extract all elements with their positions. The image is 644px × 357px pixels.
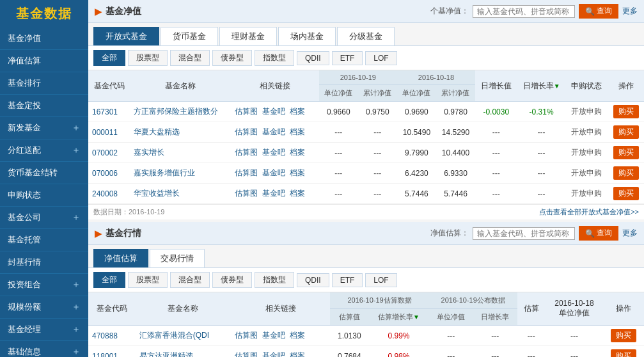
link-档案[interactable]: 档案 [290,168,305,177]
row-val4: 5.7446 [436,184,475,204]
row-code[interactable]: 000011 [88,122,130,143]
link2-档案[interactable]: 档案 [290,331,305,340]
section1-query-button[interactable]: 🔍 查询 [579,4,618,19]
sidebar-item-5[interactable]: 分红送配＋ [0,139,88,162]
section1-filter-3[interactable]: 债券型 [212,50,252,66]
link-档案[interactable]: 档案 [290,127,305,136]
section1-search-input[interactable] [473,5,575,18]
buy-button-2[interactable]: 购买 [611,329,636,342]
sidebar-item-0[interactable]: 基金净值 [0,28,88,50]
th2-pub-group: 2016-10-19公布数据 [429,292,517,309]
link-基金吧[interactable]: 基金吧 [262,168,285,177]
section2-filter-3[interactable]: 债券型 [212,272,252,288]
sidebar-item-13[interactable]: 基金经理＋ [0,319,88,341]
section2-filter-0[interactable]: 全部 [93,272,125,288]
row2-name[interactable]: 易方达亚洲精选 [136,346,231,358]
sidebar-item-11[interactable]: 投资组合＋ [0,274,88,296]
section1-tab-1[interactable]: 货币基金 [161,27,218,45]
sidebar-item-2[interactable]: 基金排行 [0,72,88,95]
row-name[interactable]: 嘉实增长 [130,143,230,163]
section2-filter-7[interactable]: LOF [365,273,397,287]
buy-button[interactable]: 购买 [613,187,639,200]
section1-filter-2[interactable]: 混合型 [170,50,210,66]
section1-filter-4[interactable]: 指数型 [255,50,294,66]
section2-search-input[interactable] [473,227,575,240]
link2-基金吧[interactable]: 基金吧 [262,331,285,340]
link-估算图[interactable]: 估算图 [235,189,258,198]
link-估算图[interactable]: 估算图 [235,148,258,157]
link-基金吧[interactable]: 基金吧 [262,107,285,116]
buy-button[interactable]: 购买 [613,125,639,139]
section2-filter-1[interactable]: 股票型 [128,272,168,288]
section1-filter-7[interactable]: LOF [365,51,397,65]
row-val1: --- [319,163,358,184]
section1-more-link[interactable]: 更多 [622,6,638,17]
row-code[interactable]: 167301 [88,102,130,122]
sidebar: 基金数据 基金净值净值估算基金排行基金定投新发基金＋分红送配＋货币基金结转申购状… [0,0,88,357]
section1-tab-0[interactable]: 开放式基金 [93,27,159,45]
section1-tab-4[interactable]: 分级基金 [337,27,395,45]
section1-filter-0[interactable]: 全部 [93,50,125,66]
sidebar-item-7[interactable]: 申购状态 [0,184,88,207]
table-row: 070002 嘉实增长 估算图 基金吧 档案 --- --- 9.7990 10… [88,143,644,163]
link-档案[interactable]: 档案 [290,148,305,157]
buy-button[interactable]: 购买 [613,146,639,159]
link2-估算图[interactable]: 估算图 [235,331,258,340]
row2-prev: --- [546,326,603,346]
link2-估算图[interactable]: 估算图 [235,351,258,357]
section2-tab-1[interactable]: 交易行情 [150,249,205,267]
sidebar-item-12[interactable]: 规模份额＋ [0,296,88,319]
section1-tab-3[interactable]: 场内基金 [278,27,336,45]
section2-tab-0[interactable]: 净值估算 [93,249,148,267]
sidebar-item-14[interactable]: 基础信息＋ [0,341,88,357]
row2-code[interactable]: 470888 [88,326,136,346]
sidebar-item-1[interactable]: 净值估算 [0,50,88,72]
section2-filter-4[interactable]: 指数型 [255,272,294,288]
section1-footer-link[interactable]: 点击查看全部开放式基金净值>> [539,207,639,217]
link-档案[interactable]: 档案 [290,107,305,116]
row-name[interactable]: 嘉实服务增值行业 [130,163,230,184]
row-op: 购买 [608,102,644,122]
section1-arrow-icon: ▶ [95,6,102,17]
link-基金吧[interactable]: 基金吧 [262,127,285,136]
sidebar-item-10[interactable]: 封基行情 [0,251,88,274]
row-code[interactable]: 240008 [88,184,130,204]
sidebar-item-label-7: 申购状态 [8,189,41,201]
row-val1: --- [319,143,358,163]
link2-档案[interactable]: 档案 [290,351,305,357]
row-name[interactable]: 方正富邦保险主题指数分 [130,102,230,122]
sidebar-item-9[interactable]: 基金托管 [0,229,88,251]
row-code[interactable]: 070002 [88,143,130,163]
row-code[interactable]: 070006 [88,163,130,184]
sidebar-item-6[interactable]: 货币基金结转 [0,162,88,184]
buy-button[interactable]: 购买 [613,105,639,118]
section2-more-link[interactable]: 更多 [622,228,638,239]
th-name: 基金名称 [130,70,230,102]
section2-query-button[interactable]: 🔍 查询 [579,226,618,241]
link-基金吧[interactable]: 基金吧 [262,148,285,157]
section2-filter-5[interactable]: QDII [297,273,329,287]
section1-filter-5[interactable]: QDII [297,51,329,65]
link-档案[interactable]: 档案 [290,189,305,198]
section2-filter-6[interactable]: ETF [332,273,363,287]
row-val3: 5.7446 [397,184,436,204]
row2-code[interactable]: 118001 [88,346,136,358]
sidebar-item-4[interactable]: 新发基金＋ [0,117,88,139]
section1-filter-6[interactable]: ETF [332,51,363,65]
link-估算图[interactable]: 估算图 [235,168,258,177]
link-基金吧[interactable]: 基金吧 [262,189,285,198]
sidebar-item-3[interactable]: 基金定投 [0,95,88,117]
th2-code: 基金代码 [88,292,136,326]
buy-button[interactable]: 购买 [613,166,639,180]
section1-tab-2[interactable]: 理财基金 [219,27,277,45]
row-name[interactable]: 华宝收益增长 [130,184,230,204]
section2-filter-2[interactable]: 混合型 [170,272,210,288]
link-估算图[interactable]: 估算图 [235,127,258,136]
sidebar-item-8[interactable]: 基金公司＋ [0,207,88,229]
row-name[interactable]: 华夏大盘精选 [130,122,230,143]
link2-基金吧[interactable]: 基金吧 [262,351,285,357]
buy-button-2[interactable]: 购买 [611,349,636,357]
link-估算图[interactable]: 估算图 [235,107,258,116]
section1-filter-1[interactable]: 股票型 [128,50,168,66]
row2-name[interactable]: 汇添富香港混合(QDI [136,326,231,346]
